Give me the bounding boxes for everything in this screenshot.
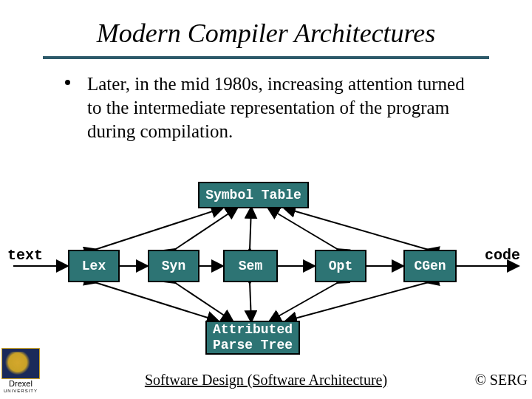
svg-line-10 (285, 208, 429, 250)
svg-line-15 (287, 282, 429, 321)
svg-line-14 (270, 282, 338, 321)
bullet-item: Later, in the mid 1980s, increasing atte… (0, 72, 532, 143)
page-title: Modern Compiler Architectures (0, 0, 532, 56)
svg-line-9 (269, 208, 338, 250)
input-label: text (7, 247, 43, 264)
stage-lex: Lex (68, 250, 120, 282)
svg-line-13 (250, 282, 251, 321)
bullet-dot-icon (65, 80, 70, 85)
title-underline (43, 56, 489, 59)
output-label: code (485, 247, 520, 264)
bullet-text: Later, in the mid 1980s, increasing atte… (87, 74, 465, 141)
footer-caption: Software Design (Software Architecture) (0, 372, 532, 389)
copyright: © SERG (475, 372, 528, 389)
svg-line-7 (174, 208, 236, 250)
stage-opt: Opt (315, 250, 366, 282)
parse-tree-box: Attributed Parse Tree (205, 321, 300, 355)
drexel-logo: Drexel UNIVERSITY (1, 348, 40, 393)
dragon-icon (1, 348, 40, 379)
compiler-diagram: Symbol Table text Lex Syn Sem Opt CGen c… (0, 176, 532, 346)
svg-line-8 (250, 208, 251, 250)
logo-name: Drexel (1, 380, 40, 388)
svg-line-6 (95, 208, 222, 250)
svg-line-11 (95, 282, 217, 321)
stage-syn: Syn (148, 250, 200, 282)
symbol-table-box: Symbol Table (198, 182, 309, 208)
footer-caption-text: Software Design (Software Architecture) (145, 372, 387, 388)
stage-cgen: CGen (403, 250, 457, 282)
stage-sem: Sem (223, 250, 278, 282)
svg-line-12 (174, 282, 232, 321)
logo-sub: UNIVERSITY (1, 389, 40, 393)
